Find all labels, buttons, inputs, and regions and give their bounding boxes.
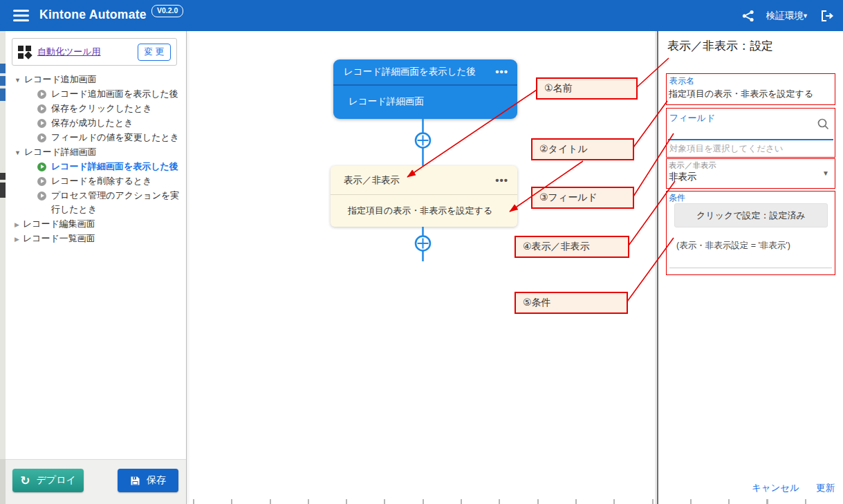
more-menu-icon[interactable]: ••• xyxy=(495,178,508,183)
app-header: Kintone Automate V0.2.0 検証環境 ▼ xyxy=(0,0,843,31)
display-name-field-group: 表示名 指定項目の表示・非表示を設定する xyxy=(666,73,835,105)
condition-divider xyxy=(669,268,832,268)
visibility-select-group: 表示／非表示 非表示 ▼ xyxy=(666,158,835,189)
node-title: レコード詳細画面を表示した後 xyxy=(344,66,476,78)
app-title: Kintone Automate xyxy=(39,8,147,22)
input-underline xyxy=(668,139,833,140)
annotation-field: ③フィールド xyxy=(531,187,634,209)
cancel-button[interactable]: キャンセル xyxy=(752,482,799,494)
circle-play-icon xyxy=(37,104,46,113)
condition-label: 条件 xyxy=(669,192,685,204)
sidebar: 自動化ツール用 変 更 レコード追加画面 レコード追加画面を表示した後 保存をク… xyxy=(6,31,187,504)
circle-play-icon xyxy=(37,133,46,142)
field-label: フィールド xyxy=(669,112,715,124)
tree-item[interactable]: フィールドの値を変更したとき xyxy=(6,131,186,144)
visibility-value[interactable]: 非表示 xyxy=(669,171,697,183)
condition-group: 条件 クリックで設定：設定済み (表示・非表示設定 = '非表示') xyxy=(666,191,835,275)
event-tree: レコード追加画面 レコード追加画面を表示した後 保存をクリックしたとき 保存が成… xyxy=(6,73,186,246)
visibility-label: 表示／非表示 xyxy=(669,160,716,171)
logout-icon[interactable] xyxy=(819,9,835,23)
annotation-name: ①名前 xyxy=(536,77,638,100)
refresh-icon: ↻ xyxy=(20,475,30,487)
bottom-tick-marks xyxy=(193,499,815,504)
app-name-link[interactable]: 自動化ツール用 xyxy=(37,46,101,58)
circle-play-icon xyxy=(37,177,46,186)
tree-group-record-list[interactable]: レコード一覧画面 xyxy=(6,232,186,245)
tree-item[interactable]: プロセス管理のアクションを実行したとき xyxy=(6,189,186,216)
search-icon[interactable] xyxy=(817,118,830,131)
node-subtitle: 指定項目の表示・非表示を設定する xyxy=(348,205,492,217)
tree-group-record-edit[interactable]: レコード編集画面 xyxy=(6,217,186,231)
circle-play-icon xyxy=(37,90,46,99)
app-selector-box: 自動化ツール用 変 更 xyxy=(12,38,177,66)
tree-group-record-detail[interactable]: レコード詳細画面 xyxy=(6,145,186,159)
node-title: 表示／非表示 xyxy=(344,174,400,187)
circle-play-icon xyxy=(37,162,46,171)
display-name-label: 表示名 xyxy=(669,75,694,87)
chevron-down-icon: ▼ xyxy=(802,12,808,19)
deploy-button[interactable]: ↻ デプロイ xyxy=(12,469,84,492)
annotation-visibility: ④表示／非表示 xyxy=(515,236,629,258)
change-app-button[interactable]: 変 更 xyxy=(138,44,171,61)
share-icon[interactable] xyxy=(741,9,755,23)
tree-item[interactable]: 保存が成功したとき xyxy=(6,116,186,130)
annotation-condition: ⑤条件 xyxy=(515,292,628,314)
version-badge: V0.2.0 xyxy=(151,5,183,17)
floppy-icon xyxy=(130,476,140,486)
app-grid-icon xyxy=(18,46,31,59)
hamburger-icon[interactable] xyxy=(13,10,29,21)
update-button[interactable]: 更新 xyxy=(816,482,835,494)
tree-item-active[interactable]: レコード詳細画面を表示した後 xyxy=(6,160,186,174)
dropdown-caret-icon[interactable]: ▼ xyxy=(822,169,829,177)
panel-title: 表示／非表示：設定 xyxy=(667,38,773,54)
settings-panel: 表示／非表示：設定 表示名 指定項目の表示・非表示を設定する フィールド 対象項… xyxy=(658,31,843,504)
sidebar-footer: ↻ デプロイ 保存 xyxy=(6,459,186,504)
tree-group-record-add[interactable]: レコード追加画面 xyxy=(6,73,186,86)
flow-node-action[interactable]: 表示／非表示 ••• 指定項目の表示・非表示を設定する xyxy=(331,166,517,227)
field-helper-text: 対象項目を選択してください xyxy=(669,143,784,155)
circle-play-icon xyxy=(37,119,46,128)
flow-node-trigger[interactable]: レコード詳細画面を表示した後 ••• レコード詳細画面 xyxy=(333,59,517,119)
annotation-title: ②タイトル xyxy=(531,138,634,160)
save-button[interactable]: 保存 xyxy=(118,469,178,492)
tree-item[interactable]: レコードを削除するとき xyxy=(6,174,186,188)
node-subtitle: レコード詳細画面 xyxy=(349,95,424,108)
tree-item[interactable]: 保存をクリックしたとき xyxy=(6,102,186,115)
tree-item[interactable]: レコード追加画面を表示した後 xyxy=(6,87,186,101)
environment-dropdown[interactable]: 検証環境 ▼ xyxy=(766,10,808,22)
display-name-value[interactable]: 指定項目の表示・非表示を設定する xyxy=(669,88,813,100)
field-select-group: フィールド 対象項目を選択してください xyxy=(666,108,835,158)
window-edge-strip xyxy=(0,31,6,504)
environment-label: 検証環境 xyxy=(766,10,804,22)
more-menu-icon[interactable]: ••• xyxy=(495,70,508,74)
condition-expression: (表示・非表示設定 = '非表示') xyxy=(676,240,790,252)
circle-play-icon xyxy=(37,192,46,200)
field-search-input[interactable] xyxy=(668,124,812,139)
condition-set-button[interactable]: クリックで設定：設定済み xyxy=(674,203,828,227)
